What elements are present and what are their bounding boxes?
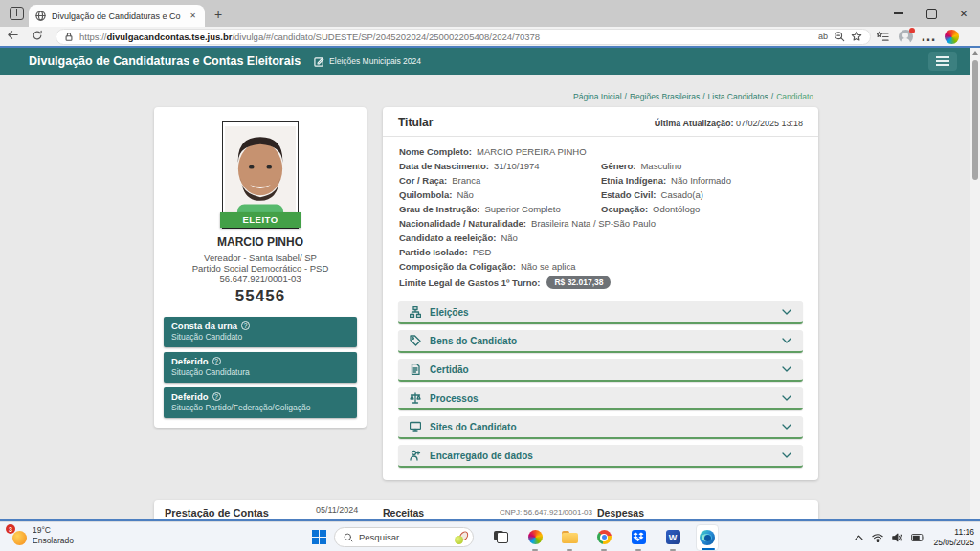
favorite-star-icon[interactable] (851, 31, 862, 42)
scales-icon (410, 392, 421, 404)
accounts-cnpj: CNPJ: 56.647.921/0001-03 (500, 508, 592, 517)
last-update: Última Atualização: 07/02/2025 13:18 (655, 119, 803, 128)
new-tab-button[interactable]: + (214, 6, 222, 23)
status-urn: Consta da urna? Situação Candidato (164, 317, 357, 347)
help-icon[interactable]: ? (212, 357, 221, 365)
candidate-role: Vereador - Santa Isabel/ SP (154, 253, 367, 263)
screen: Divulgação de Candidaturas e Co ✕ + ✕ ht… (0, 0, 980, 551)
despesas-label: Despesas (597, 507, 644, 518)
weather-temp: 19°C (33, 525, 51, 535)
window-minimize-button[interactable] (882, 0, 915, 27)
help-icon[interactable]: ? (212, 392, 221, 401)
tray-date: 25/05/2025 (933, 538, 974, 547)
collections-icon[interactable] (871, 31, 894, 43)
receitas-label: Receitas (383, 507, 424, 518)
breadcrumb-home[interactable]: Página Inicial (573, 92, 622, 101)
accounts-card: Prestação de Contas 05/11/2024 Receitas … (154, 500, 818, 521)
window-controls: ✕ (882, 0, 980, 27)
window-maximize-button[interactable] (915, 0, 947, 27)
chevron-down-icon (782, 452, 791, 458)
breadcrumb: Página Inicial/Regiões Brasileiras/Lista… (573, 92, 813, 101)
site-header: Divulgação de Candidaturas e Contas Elei… (0, 48, 970, 75)
battery-icon[interactable] (911, 534, 924, 541)
accordion-eleicoes[interactable]: Eleições (398, 301, 803, 324)
browser-tabstrip: Divulgação de Candidaturas e Co ✕ + ✕ (0, 0, 980, 27)
page-scrollbar[interactable] (970, 48, 980, 519)
chrome-icon[interactable] (592, 524, 615, 551)
profile-avatar[interactable] (894, 30, 917, 44)
details-title: Titular (398, 116, 433, 129)
status-party: Deferido? Situação Partido/Federação/Col… (164, 387, 357, 418)
file-explorer-icon[interactable] (558, 524, 581, 551)
taskbar-clock[interactable]: 11:16 25/05/2025 (933, 527, 974, 548)
task-view-button[interactable] (489, 524, 512, 551)
tray-time: 11:16 (954, 527, 974, 537)
wifi-icon[interactable] (872, 533, 883, 542)
accounts-date: 05/11/2024 (316, 505, 358, 515)
address-bar[interactable]: https://divulgacandcontas.tse.jus.br/div… (56, 29, 871, 45)
chevron-down-icon (782, 424, 791, 430)
scrollbar-up-arrow[interactable] (972, 51, 978, 55)
copilot-app-icon[interactable] (523, 524, 546, 551)
accordion-sites[interactable]: Sites do Candidato (398, 416, 803, 439)
back-button[interactable] (0, 28, 25, 45)
spending-limit-badge: R$ 32.017,38 (546, 276, 611, 289)
help-icon[interactable]: ? (241, 321, 250, 330)
more-menu-icon[interactable]: … (917, 28, 940, 45)
chevron-down-icon (782, 395, 791, 401)
page-viewport: Divulgação de Candidaturas e Contas Elei… (0, 48, 980, 521)
globe-favicon-icon (35, 11, 46, 21)
volume-icon[interactable] (892, 533, 902, 542)
taskbar-search[interactable]: Pesquisar (334, 527, 474, 547)
candidate-card: ELEITO MARCIO PINHO Vereador - Santa Isa… (154, 107, 367, 428)
word-icon[interactable]: W (661, 524, 684, 551)
tray-chevron-up-icon[interactable] (855, 535, 863, 540)
url-text: https://divulgacandcontas.tse.jus.br/div… (79, 32, 813, 42)
taskbar: 3 19°CEnsolarado Pesquisar W (0, 521, 980, 551)
accounts-title: Prestação de Contas (165, 507, 269, 518)
fields-right-column: Gênero:Masculino Etnia Indígena:Não Info… (601, 161, 731, 218)
candidate-cnpj: 56.647.921/0001-03 (154, 274, 367, 284)
election-selector[interactable]: Eleições Municipais 2024 (314, 56, 421, 67)
read-aloud-icon[interactable]: ab (818, 32, 828, 41)
refresh-button[interactable] (25, 28, 50, 45)
ballot-number: 55456 (154, 287, 367, 306)
sitemap-icon (410, 306, 421, 318)
taskbar-weather-widget[interactable]: 3 19°CEnsolarado (8, 525, 74, 546)
chevron-down-icon (782, 309, 791, 315)
browser-toolbar: https://divulgacandcontas.tse.jus.br/div… (0, 27, 980, 48)
edit-icon (314, 56, 324, 67)
search-icon (344, 533, 353, 542)
scrollbar-thumb[interactable] (972, 60, 978, 180)
details-card: Titular Última Atualização: 07/02/2025 1… (383, 107, 818, 480)
accordion-certidao[interactable]: Certidão (398, 359, 803, 382)
notification-dot (909, 28, 915, 33)
accordion-list: Eleições Bens do Candidato Certidão Proc… (398, 301, 803, 474)
copilot-icon[interactable] (940, 30, 963, 44)
sun-icon: 3 (8, 526, 27, 545)
certificate-icon (410, 364, 421, 375)
menu-hamburger-button[interactable] (928, 52, 957, 71)
weather-desc: Ensolarado (33, 536, 74, 545)
start-button[interactable] (312, 530, 326, 544)
tab-workspaces-icon[interactable] (10, 7, 24, 20)
chevron-down-icon (782, 366, 791, 372)
daily-highlight-icon (455, 531, 468, 544)
elected-badge: ELEITO (220, 212, 301, 228)
weather-badge: 3 (6, 524, 15, 534)
dropbox-icon[interactable] (627, 524, 650, 551)
tab-close-icon[interactable]: ✕ (188, 11, 198, 20)
breadcrumb-candidates-list[interactable]: Lista Candidatos (708, 92, 768, 101)
zoom-out-icon[interactable] (834, 31, 845, 42)
edge-icon[interactable] (696, 524, 719, 551)
breadcrumb-regions[interactable]: Regiões Brasileiras (630, 92, 700, 101)
browser-tab-active[interactable]: Divulgação de Candidaturas e Co ✕ (29, 5, 205, 27)
accordion-processos[interactable]: Processos (398, 387, 803, 410)
accordion-bens[interactable]: Bens do Candidato (398, 330, 803, 353)
window-close-button[interactable]: ✕ (947, 0, 980, 27)
accordion-encarregado[interactable]: Encarregado de dados (398, 445, 803, 468)
site-title: Divulgação de Candidaturas e Contas Elei… (29, 55, 301, 68)
breadcrumb-current: Candidato (776, 92, 813, 101)
candidate-name: MARCIO PINHO (154, 235, 367, 249)
spending-limit-row: Limite Legal de Gastos 1º Turno: R$ 32.0… (399, 276, 611, 289)
